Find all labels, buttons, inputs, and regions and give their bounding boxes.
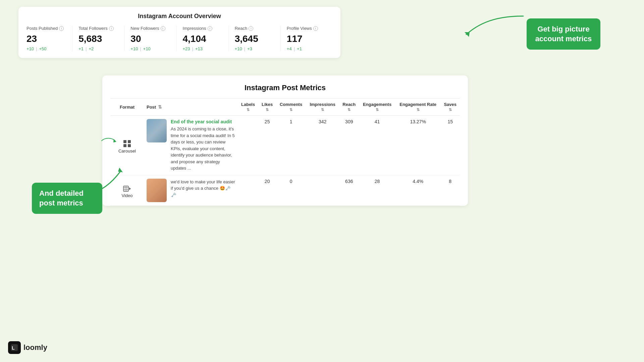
metric-total-followers: Total Followers i 5,683 +1 | +2 [72,26,124,51]
row2-saves: 8 [441,175,460,205]
overview-title: Instagram Account Overview [26,13,332,20]
info-icon-posts[interactable]: i [59,26,64,31]
svg-marker-6 [129,187,131,190]
metrics-table: Format Post ⇅ Labels ⇅ Likes [110,98,460,206]
info-icon-profile-views[interactable]: i [313,26,318,31]
row2-impressions [306,175,339,205]
metric-profile-views-label: Profile Views [287,26,312,31]
row1-thumbnail [147,119,167,142]
row2-engagement-rate: 4.4% [395,175,441,205]
row1-engagements: 41 [359,116,395,175]
metric-posts-published: Posts Published i 23 +10 | +50 [26,26,72,51]
row1-reach: 309 [339,116,359,175]
metric-impressions-value: 4,104 [183,34,222,44]
metric-profile-views: Profile Views i 117 +4 | +1 [281,26,332,51]
row1-post-cell: End of the year social audit As 2024 is … [144,116,238,175]
metric-impressions-change2: +13 [195,46,203,51]
info-icon-new-followers[interactable]: i [161,26,165,31]
metric-profile-views-value: 117 [287,34,326,44]
row1-post-title[interactable]: End of the year social audit [171,119,235,124]
col-header-engagements: Engagements ⇅ [359,99,395,116]
row1-post-excerpt: As 2024 is coming to a close, it's time … [171,126,235,172]
overview-metrics: Posts Published i 23 +10 | +50 Total Fol… [26,26,332,51]
carousel-label-arrow-icon [100,136,117,146]
metric-posts-label: Posts Published [26,26,58,31]
metric-followers-change1: +1 [78,46,84,51]
info-icon-impressions[interactable]: i [208,26,212,31]
col-header-engagement-rate: Engagement Rate ⇅ [395,99,441,116]
account-overview-card: Instagram Account Overview Posts Publish… [18,7,340,58]
post-filter-icon[interactable]: ⇅ [158,104,162,110]
loomly-logo: L loomly [8,341,47,354]
col-header-labels: Labels ⇅ [238,99,258,116]
metric-reach-value: 3,645 [235,34,274,44]
likes-filter-icon[interactable]: ⇅ [266,108,269,112]
reach-filter-icon[interactable]: ⇅ [347,108,351,112]
arrow-big-picture-icon [463,13,530,40]
engagements-filter-icon[interactable]: ⇅ [376,108,379,112]
metric-profile-views-change2: +1 [297,46,302,51]
col-header-format: Format [110,99,144,116]
metric-reach: Reach i 3,645 +10 | +3 [229,26,281,51]
svg-text:L: L [12,345,15,351]
metric-posts-change2: +50 [39,46,46,51]
col-header-impressions: Impressions ⇅ [306,99,339,116]
metric-reach-change1: +10 [235,46,242,51]
metric-profile-views-change1: +4 [287,46,292,51]
row2-post-excerpt: we'd love to make your life easier if yo… [171,179,235,198]
saves-filter-icon[interactable]: ⇅ [449,108,452,112]
post-metrics-title: Instagram Post Metrics [110,83,460,92]
metric-reach-label: Reach [235,26,248,31]
metric-new-followers-value: 30 [130,34,170,44]
col-header-post: Post ⇅ [144,99,238,116]
col-header-likes: Likes ⇅ [258,99,276,116]
metric-followers-value: 5,683 [78,34,118,44]
metric-posts-value: 23 [26,34,66,44]
row1-format-label: Carousel [113,148,141,154]
metric-followers-change2: +2 [89,46,94,51]
row2-engagements: 28 [359,175,395,205]
row2-likes: 20 [258,175,276,205]
callout-big-picture: Get big picture account metrics [527,18,600,50]
svg-marker-8 [113,139,116,142]
engagement-rate-filter-icon[interactable]: ⇅ [417,108,420,112]
row2-thumbnail [147,179,167,202]
info-icon-followers[interactable]: i [109,26,114,31]
post-metrics-card: Instagram Post Metrics Format Post ⇅ Lab… [102,75,468,206]
metric-new-followers-change1: +10 [130,46,138,51]
row2-labels [238,175,258,205]
col-header-comments: Comments ⇅ [276,99,306,116]
arrow-detailed-icon [91,164,124,198]
row1-saves: 15 [441,116,460,175]
svg-marker-0 [465,32,470,37]
metric-new-followers-change2: +10 [143,46,151,51]
metric-new-followers-label: New Followers [130,26,159,31]
col-header-saves: Saves ⇅ [441,99,460,116]
row1-comments: 1 [276,116,306,175]
carousel-icon [123,140,131,147]
video-format-icon [123,186,131,192]
metric-impressions-label: Impressions [183,26,206,31]
loomly-wordmark: loomly [23,343,47,352]
svg-marker-7 [118,168,123,172]
table-header-row: Format Post ⇅ Labels ⇅ Likes [110,99,460,116]
table-row: Carousel End of the year social audit As… [110,116,460,175]
comments-filter-icon[interactable]: ⇅ [289,108,292,112]
row1-impressions: 342 [306,116,339,175]
metric-followers-label: Total Followers [78,26,108,31]
metric-impressions-change1: +23 [183,46,190,51]
loomly-logo-icon: L [8,341,21,354]
impressions-filter-icon[interactable]: ⇅ [321,108,324,112]
metric-new-followers: New Followers i 30 +10 | +10 [124,26,176,51]
metric-reach-change2: +3 [247,46,252,51]
labels-filter-icon[interactable]: ⇅ [247,108,250,112]
info-icon-reach[interactable]: i [249,26,253,31]
row2-reach: 636 [339,175,359,205]
row2-post-cell: we'd love to make your life easier if yo… [144,175,238,205]
row2-comments: 0 [276,175,306,205]
svg-rect-1 [123,186,128,191]
table-row: Video we'd love to make your life easier… [110,175,460,205]
row1-likes: 25 [258,116,276,175]
metric-posts-change1: +10 [26,46,34,51]
row1-engagement-rate: 13.27% [395,116,441,175]
